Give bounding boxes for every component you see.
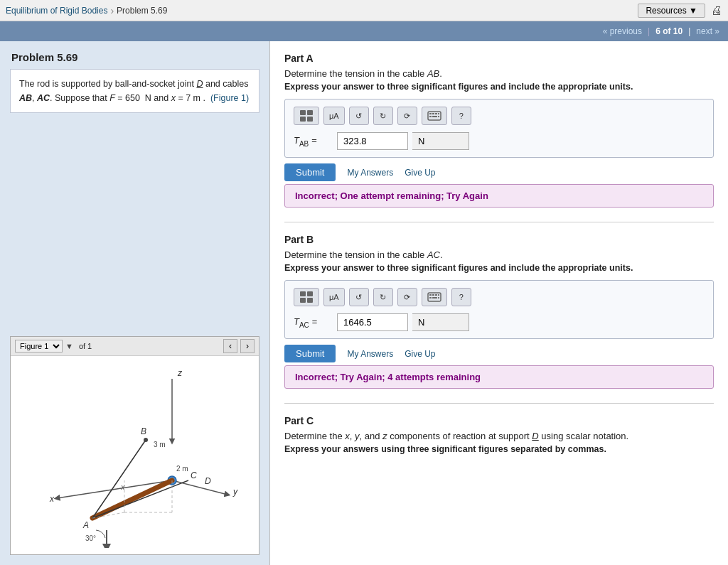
- keyboard-button-b[interactable]: [422, 288, 447, 306]
- part-b-toolbar: μA ↺ ↻ ⟳ ?: [294, 288, 705, 306]
- svg-rect-33: [435, 113, 437, 114]
- figure-of: ▼: [65, 342, 73, 350]
- svg-rect-49: [438, 297, 439, 298]
- part-b-submit-button[interactable]: Submit: [284, 345, 336, 362]
- part-b-feedback: Incorrect; Try Again; 4 attempts remaini…: [284, 365, 714, 389]
- breadcrumb: Equilibrium of Rigid Bodies › Problem 5.…: [6, 5, 167, 16]
- part-a-submit-button[interactable]: Submit: [284, 163, 336, 181]
- reset-button-b[interactable]: ⟳: [397, 288, 417, 306]
- part-b-section: Part B Determine the tension in the cabl…: [284, 234, 714, 389]
- divider-bc: [284, 403, 714, 404]
- svg-rect-48: [432, 297, 437, 298]
- svg-rect-46: [438, 294, 439, 296]
- part-a-value-input[interactable]: [337, 132, 408, 150]
- svg-rect-45: [435, 294, 437, 296]
- undo-button-b[interactable]: ↺: [349, 288, 369, 306]
- svg-rect-38: [300, 291, 306, 296]
- svg-rect-27: [307, 110, 313, 115]
- svg-text:y: y: [232, 487, 238, 497]
- svg-text:A: A: [82, 520, 89, 530]
- left-panel: Problem 5.69 The rod is supported by bal…: [0, 41, 270, 565]
- mu-icon-button-b[interactable]: μA: [323, 288, 345, 306]
- part-a-give-up-link[interactable]: Give Up: [405, 168, 435, 178]
- breadcrumb-separator: ›: [110, 5, 114, 16]
- part-c-desc: Determine the x, y, and z components of …: [284, 431, 714, 441]
- undo-button-a[interactable]: ↺: [349, 107, 369, 125]
- next-link[interactable]: next »: [696, 26, 719, 36]
- part-a-answer-box: μA ↺ ↻ ⟳ ? TAB =: [284, 99, 714, 158]
- part-a-label: Part A: [284, 53, 714, 64]
- breadcrumb-current: Problem 5.69: [117, 6, 167, 16]
- part-a-input-row: TAB =: [294, 132, 705, 150]
- figure-of-label: of 1: [79, 342, 92, 350]
- figure-select[interactable]: Figure 1: [15, 340, 63, 353]
- print-button[interactable]: 🖨: [711, 4, 722, 17]
- part-b-value-input[interactable]: [337, 313, 408, 331]
- grid-icon-button-a[interactable]: [294, 107, 319, 125]
- part-b-my-answers-link[interactable]: My Answers: [347, 349, 393, 359]
- svg-rect-41: [307, 298, 313, 303]
- svg-point-25: [144, 438, 148, 442]
- right-panel[interactable]: Part A Determine the tension in the cabl…: [270, 41, 728, 565]
- svg-text:x: x: [49, 494, 55, 504]
- mu-icon-button-a[interactable]: μA: [323, 107, 345, 125]
- part-a-my-answers-link[interactable]: My Answers: [347, 168, 393, 178]
- nav-separator: |: [648, 26, 650, 36]
- part-a-submit-row: Submit My Answers Give Up: [284, 163, 714, 181]
- part-c-label: Part C: [284, 415, 714, 426]
- main-layout: Problem 5.69 The rod is supported by bal…: [0, 41, 728, 565]
- part-b-unit-input[interactable]: [412, 313, 469, 331]
- svg-rect-28: [300, 117, 306, 122]
- svg-rect-39: [307, 291, 313, 296]
- part-a-section: Part A Determine the tension in the cabl…: [284, 53, 714, 208]
- redo-button-b[interactable]: ↻: [373, 288, 393, 306]
- svg-rect-36: [432, 116, 437, 117]
- svg-rect-34: [438, 113, 439, 114]
- redo-button-a[interactable]: ↻: [373, 107, 393, 125]
- part-a-toolbar: μA ↺ ↻ ⟳ ?: [294, 107, 705, 125]
- part-b-submit-row: Submit My Answers Give Up: [284, 345, 714, 362]
- part-b-desc: Determine the tension in the cable AC.: [284, 249, 714, 260]
- navigation-bar: « previous | 6 of 10 | next »: [0, 21, 728, 41]
- svg-text:3 m: 3 m: [154, 441, 166, 448]
- resources-button[interactable]: Resources ▼: [638, 4, 705, 18]
- part-b-instruction: Express your answer to three significant…: [284, 263, 714, 273]
- svg-rect-40: [300, 298, 306, 303]
- reset-button-a[interactable]: ⟳: [397, 107, 417, 125]
- part-b-var-label: TAC =: [294, 316, 333, 329]
- svg-rect-47: [429, 297, 432, 298]
- part-b-answer-box: μA ↺ ↻ ⟳ ? TAC =: [284, 280, 714, 339]
- figure-container: Figure 1 ▼ of 1 ‹ › z y x: [10, 336, 259, 555]
- breadcrumb-parent-link[interactable]: Equilibrium of Rigid Bodies: [6, 6, 107, 16]
- part-a-desc: Determine the tension in the cable AB.: [284, 68, 714, 79]
- nav-separator2: |: [688, 26, 690, 36]
- svg-rect-37: [438, 116, 439, 117]
- figure-svg: z y x D: [14, 363, 256, 548]
- figure-image: z y x D: [11, 356, 259, 554]
- figure-link[interactable]: (Figure 1): [210, 93, 249, 103]
- part-b-input-row: TAC =: [294, 313, 705, 331]
- part-c-instruction: Express your answers using three signifi…: [284, 444, 714, 454]
- part-b-label: Part B: [284, 234, 714, 245]
- figure-prev-button[interactable]: ‹: [223, 339, 237, 353]
- figure-next-button[interactable]: ›: [240, 339, 255, 353]
- part-a-unit-input[interactable]: [412, 132, 469, 150]
- grid-icon-button-b[interactable]: [294, 288, 319, 306]
- help-button-a[interactable]: ?: [451, 107, 471, 125]
- svg-rect-29: [307, 117, 313, 122]
- part-a-feedback: Incorrect; One attempt remaining; Try Ag…: [284, 184, 714, 208]
- divider-ab: [284, 222, 714, 222]
- nav-count: 6 of 10: [655, 26, 682, 36]
- part-a-instruction: Express your answer to three significant…: [284, 82, 714, 92]
- svg-text:C: C: [191, 470, 197, 480]
- previous-link[interactable]: « previous: [603, 26, 642, 36]
- svg-text:30°: 30°: [85, 534, 96, 542]
- keyboard-button-a[interactable]: [422, 107, 447, 125]
- help-button-b[interactable]: ?: [451, 288, 471, 306]
- svg-text:B: B: [141, 426, 146, 436]
- part-b-give-up-link[interactable]: Give Up: [405, 349, 435, 359]
- svg-rect-26: [300, 110, 306, 115]
- svg-rect-32: [432, 113, 434, 114]
- problem-title: Problem 5.69: [0, 41, 269, 69]
- svg-rect-35: [429, 116, 432, 117]
